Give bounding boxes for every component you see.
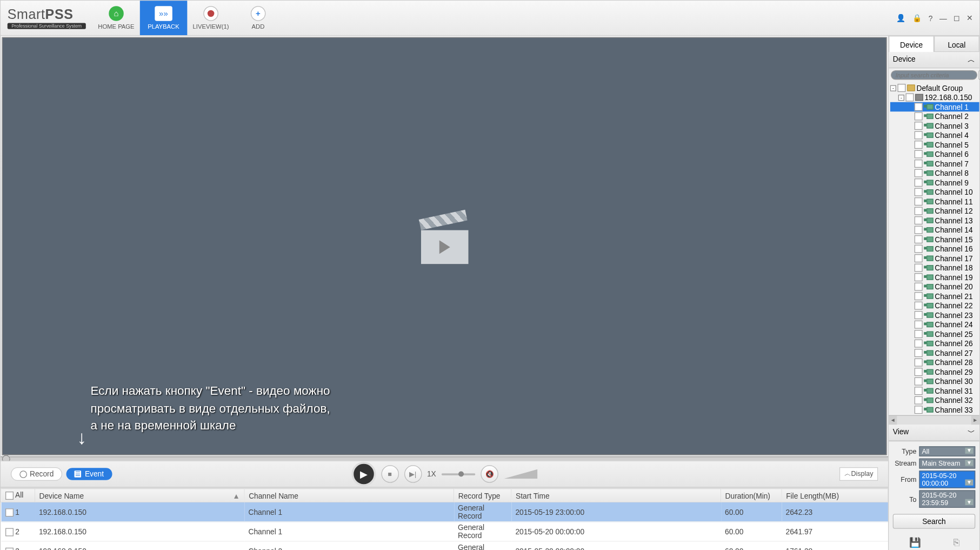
tree-item[interactable]: Channel 32 <box>890 395 979 405</box>
tree-item[interactable]: Channel 17 <box>890 254 979 263</box>
tree-item[interactable]: Channel 1 <box>890 102 979 112</box>
user-icon[interactable]: 👤 <box>895 12 907 24</box>
tab-device-source[interactable]: Device <box>889 36 934 52</box>
stop-button[interactable]: ■ <box>381 465 399 483</box>
type-select[interactable]: All <box>919 446 975 456</box>
app-subtitle: Professional Surveillance System <box>8 23 86 29</box>
tree-item[interactable]: Channel 26 <box>890 339 979 348</box>
record-mode-button[interactable]: Record <box>11 467 63 481</box>
export-icon[interactable]: ⎘ <box>954 537 959 548</box>
tab-add[interactable]: +ADD <box>235 1 282 35</box>
expander-icon[interactable]: - <box>898 94 904 100</box>
tab-local-source[interactable]: Local <box>934 36 979 52</box>
tree-item[interactable]: Channel 6 <box>890 149 979 159</box>
stream-select[interactable]: Main Stream <box>919 459 975 469</box>
logo: SmartPSS Professional Surveillance Syste… <box>1 1 92 35</box>
tree-item[interactable]: Channel 12 <box>890 206 979 216</box>
tab-liveview[interactable]: LIVEVIEW(1) <box>187 1 235 35</box>
camera-icon <box>924 293 934 300</box>
device-section-header[interactable]: Device︿ <box>889 52 979 68</box>
minimize-icon[interactable]: — <box>938 12 948 23</box>
tree-item[interactable]: Channel 18 <box>890 263 979 273</box>
volume-slider[interactable] <box>504 469 538 479</box>
close-icon[interactable]: ✕ <box>965 12 974 24</box>
row-checkbox[interactable] <box>5 528 13 536</box>
expander-icon[interactable]: - <box>890 85 896 91</box>
col-duration[interactable]: Duration(Min) <box>721 488 782 502</box>
camera-icon <box>924 359 934 366</box>
camera-icon <box>924 217 934 224</box>
tree-item[interactable]: Channel 7 <box>890 159 979 169</box>
tree-item[interactable]: Channel 11 <box>890 197 979 207</box>
tree-item[interactable]: Channel 23 <box>890 310 979 320</box>
tab-playback[interactable]: »»PLAYBACK <box>140 1 188 35</box>
tree-item[interactable]: Channel 28 <box>890 357 979 367</box>
search-button[interactable]: Search <box>893 514 976 529</box>
titlebar: SmartPSS Professional Surveillance Syste… <box>1 1 979 36</box>
camera-icon <box>924 246 934 253</box>
mute-button[interactable]: 🔇 <box>481 465 498 483</box>
col-length[interactable]: File Length(MB) <box>782 488 888 502</box>
tree-item[interactable]: Channel 21 <box>890 291 979 301</box>
tree-item[interactable]: Channel 15 <box>890 235 979 244</box>
col-start[interactable]: Start Time <box>511 488 721 502</box>
tree-item[interactable]: Channel 31 <box>890 386 979 396</box>
tree-hscrollbar[interactable] <box>889 415 979 425</box>
tree-item[interactable]: Channel 19 <box>890 273 979 282</box>
camera-icon <box>924 141 934 148</box>
tree-item[interactable]: - Default Group <box>890 83 979 93</box>
tree-item[interactable]: Channel 14 <box>890 225 979 235</box>
play-button[interactable]: ▶ <box>351 462 376 486</box>
camera-icon <box>924 179 934 186</box>
row-checkbox[interactable] <box>5 508 13 516</box>
col-type[interactable]: Record Type <box>454 488 511 502</box>
from-label: From <box>893 476 917 483</box>
tree-item[interactable]: - 192.168.0.150 <box>890 92 979 102</box>
tree-item[interactable]: Channel 25 <box>890 329 979 339</box>
tree-item[interactable]: Channel 24 <box>890 320 979 329</box>
tree-item[interactable]: Channel 22 <box>890 301 979 310</box>
tree-item[interactable]: Channel 3 <box>890 121 979 131</box>
tree-item[interactable]: Channel 2 <box>890 111 979 121</box>
camera-icon <box>924 264 934 271</box>
tree-item[interactable]: Channel 16 <box>890 244 979 254</box>
view-section-header[interactable]: View﹀ <box>889 425 979 441</box>
table-row[interactable]: 2192.168.0.150Channel 1General Record201… <box>1 522 888 541</box>
maximize-icon[interactable]: ◻ <box>952 12 961 24</box>
row-checkbox[interactable] <box>5 547 13 550</box>
tree-item[interactable]: Channel 9 <box>890 178 979 188</box>
tree-item[interactable]: Channel 8 <box>890 168 979 178</box>
table-row[interactable]: 3192.168.0.150Channel 2General Record201… <box>1 541 888 550</box>
tree-item[interactable]: Channel 4 <box>890 130 979 140</box>
lock-icon[interactable]: 🔒 <box>911 12 923 24</box>
tab-home[interactable]: ⌂HOME PAGE <box>92 1 140 35</box>
speed-label: 1X <box>427 470 436 478</box>
tree-item[interactable]: Channel 27 <box>890 348 979 358</box>
col-channel[interactable]: Channel Name <box>244 488 454 502</box>
speed-slider[interactable] <box>442 473 476 475</box>
col-all[interactable]: All <box>1 488 35 502</box>
video-viewport[interactable]: Если нажать кнопку "Event" - видео можно… <box>2 37 887 455</box>
playback-icon: »» <box>155 6 172 21</box>
tree-item[interactable]: Channel 33 <box>890 405 979 414</box>
app-window: SmartPSS Professional Surveillance Syste… <box>0 0 980 550</box>
col-device[interactable]: Device Name▲ <box>35 488 244 502</box>
tree-item[interactable]: Channel 29 <box>890 367 979 377</box>
help-icon[interactable]: ? <box>927 12 934 23</box>
device-search-input[interactable] <box>891 70 977 80</box>
folder-icon <box>907 84 915 91</box>
tree-item[interactable]: Channel 10 <box>890 187 979 197</box>
from-datetime[interactable]: 2015-05-20 00:00:00 <box>919 471 975 488</box>
to-datetime[interactable]: 2015-05-20 23:59:59 <box>919 491 975 508</box>
tree-item[interactable]: Channel 30 <box>890 376 979 386</box>
table-row[interactable]: 1192.168.0.150Channel 1General Record201… <box>1 502 888 521</box>
seek-bar[interactable] <box>1 456 888 461</box>
event-mode-button[interactable]: Event <box>66 468 112 480</box>
next-frame-button[interactable]: ▶| <box>404 465 422 483</box>
tree-item[interactable]: Channel 13 <box>890 216 979 226</box>
tree-item[interactable]: Channel 20 <box>890 282 979 291</box>
checkbox-all[interactable] <box>5 492 14 500</box>
display-toggle[interactable]: ︿Display <box>839 467 878 481</box>
save-icon[interactable]: 💾 <box>909 537 921 548</box>
tree-item[interactable]: Channel 5 <box>890 140 979 150</box>
